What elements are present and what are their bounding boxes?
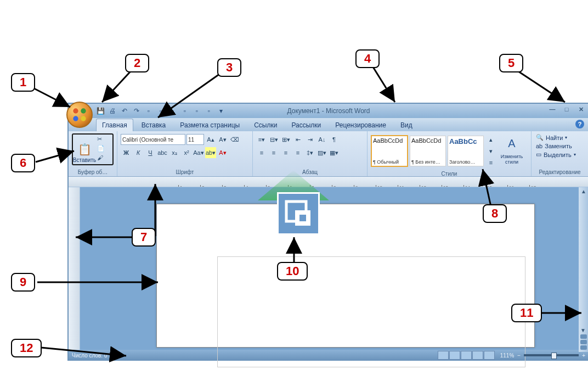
qat-icon[interactable]: ▫ (193, 107, 201, 115)
callout-7: 7 (132, 228, 156, 247)
align-center-icon[interactable]: ≡ (268, 147, 279, 158)
style-normal[interactable]: AaBbCcDd¶ Обычный (371, 135, 408, 167)
strikethrough-icon[interactable]: abc (157, 147, 168, 158)
tab-references[interactable]: Ссылки (248, 119, 283, 131)
numbering-icon[interactable]: ⊟▾ (268, 134, 279, 145)
subscript-icon[interactable]: x₂ (169, 147, 180, 158)
svg-line-9 (102, 71, 131, 102)
highlight-icon[interactable]: ab▾ (205, 147, 216, 158)
group-clipboard: 📋 Вставить ✂ 📄 🖌 Буфер об… (69, 131, 117, 176)
tab-view[interactable]: Вид (394, 119, 419, 131)
office-button[interactable] (66, 102, 93, 128)
format-painter-icon[interactable]: 🖌 (97, 154, 105, 161)
shading-icon[interactable]: ▨▾ (316, 147, 327, 158)
qat-icon[interactable]: ▫ (144, 107, 153, 115)
scroll-up-icon[interactable]: ▲ (581, 188, 586, 194)
clear-format-icon[interactable]: ⌫ (229, 134, 240, 145)
callout-10: 10 (277, 262, 308, 281)
print-icon[interactable]: 🖨 (108, 107, 117, 115)
callout-8: 8 (483, 204, 507, 223)
group-label: Буфер об… (71, 168, 115, 176)
vertical-scrollbar[interactable]: ▲ ▼ (579, 187, 588, 352)
scroll-down-icon[interactable]: ▼ (580, 327, 587, 333)
maximize-button[interactable]: □ (562, 105, 571, 114)
browse-object-icon[interactable] (580, 340, 587, 344)
decrease-indent-icon[interactable]: ⇤ (292, 134, 303, 145)
replace-button[interactable]: abЗаменить (535, 142, 585, 150)
minimize-button[interactable]: — (548, 105, 557, 114)
tab-insert[interactable]: Вставка (135, 119, 172, 131)
qat-icon[interactable]: ▫ (205, 107, 213, 115)
group-font: Calibri (Основной те 11 A▴ A▾ ⌫ Ж К Ч ab… (117, 131, 253, 176)
bullets-icon[interactable]: ≡▾ (256, 134, 267, 145)
qat-icon[interactable]: ▫ (156, 107, 165, 115)
styles-down-icon[interactable]: ▾ (485, 146, 496, 156)
styles-up-icon[interactable]: ▴ (485, 134, 496, 145)
callout-4: 4 (355, 49, 380, 68)
change-styles-button[interactable]: A Изменить стили (498, 137, 525, 165)
browse-next-icon[interactable] (580, 345, 587, 350)
italic-button[interactable]: К (133, 147, 144, 158)
change-case-icon[interactable]: Aa▾ (193, 147, 204, 158)
find-button[interactable]: 🔍Найти▾ (535, 133, 585, 142)
increase-indent-icon[interactable]: ⇥ (304, 134, 315, 145)
svg-rect-7 (299, 215, 306, 221)
browse-prev-icon[interactable] (580, 334, 587, 339)
copy-icon[interactable]: 📄 (97, 145, 105, 152)
group-styles: AaBbCcDd¶ Обычный AaBbCcDd¶ Без инте… Aa… (368, 131, 532, 176)
line-spacing-icon[interactable]: ‡▾ (304, 147, 315, 158)
qat-icon[interactable]: ▫ (180, 107, 189, 115)
font-color-icon[interactable]: A▾ (217, 147, 228, 158)
horizontal-ruler[interactable]: 1234567891011121314151617 (69, 177, 588, 187)
callout-12: 12 (11, 339, 42, 357)
bold-button[interactable]: Ж (121, 147, 132, 158)
group-label: Шрифт (120, 168, 250, 176)
callout-11: 11 (511, 304, 542, 322)
grow-font-icon[interactable]: A▴ (205, 134, 216, 145)
word-count[interactable]: Число слов: 0 (72, 353, 107, 359)
font-size-combo[interactable]: 11 (186, 134, 204, 145)
save-icon[interactable]: 💾 (96, 107, 105, 115)
callout-9: 9 (11, 273, 35, 292)
shrink-font-icon[interactable]: A▾ (217, 134, 228, 145)
style-no-spacing[interactable]: AaBbCcDd¶ Без инте… (410, 136, 446, 166)
help-icon[interactable]: ? (575, 120, 584, 128)
window-title: Документ1 - Microsoft Word (287, 107, 370, 115)
align-right-icon[interactable]: ≡ (280, 147, 291, 158)
group-label: Редактирование (534, 168, 586, 176)
borders-icon[interactable]: ▦▾ (329, 147, 340, 158)
multilevel-icon[interactable]: ⊞▾ (280, 134, 291, 145)
superscript-icon[interactable]: x² (181, 147, 192, 158)
qat-icon[interactable]: ▫ (168, 107, 177, 115)
show-marks-icon[interactable]: ¶ (329, 134, 340, 145)
styles-expand-icon[interactable]: ≡ (485, 157, 496, 168)
callout-5: 5 (499, 54, 523, 72)
tab-mailings[interactable]: Рассылки (285, 119, 327, 131)
justify-icon[interactable]: ≡ (292, 147, 303, 158)
vertical-ruler[interactable] (69, 187, 80, 350)
zoom-in-icon[interactable]: + (582, 353, 585, 359)
cut-icon[interactable]: ✂ (97, 136, 105, 143)
svg-point-0 (73, 108, 78, 113)
clipboard-icon: 📋 (78, 143, 92, 156)
font-name-combo[interactable]: Calibri (Основной те (121, 134, 185, 145)
document-page[interactable] (156, 204, 535, 348)
titlebar: 💾 🖨 ↶ ↷ ▫ ▫ ▫ ▫ ▫ ▫ ▾ Документ1 - Micros… (69, 104, 588, 118)
callout-6: 6 (11, 154, 35, 172)
redo-icon[interactable]: ↷ (132, 107, 141, 115)
sort-icon[interactable]: A↓ (316, 134, 327, 145)
style-heading[interactable]: AaBbCcЗаголово… (448, 136, 484, 166)
undo-icon[interactable]: ↶ (120, 107, 129, 115)
svg-line-12 (518, 71, 565, 102)
group-label: Абзац (255, 168, 365, 176)
tab-page-layout[interactable]: Разметка страницы (174, 119, 246, 131)
paste-button[interactable]: 📋 Вставить (74, 136, 95, 163)
align-left-icon[interactable]: ≡ (256, 147, 267, 158)
select-button[interactable]: ▭Выделить▾ (535, 150, 585, 159)
group-editing: 🔍Найти▾ abЗаменить ▭Выделить▾ Редактиров… (532, 131, 588, 176)
tab-review[interactable]: Рецензирование (329, 119, 392, 131)
qat-dropdown-icon[interactable]: ▾ (217, 107, 225, 115)
close-button[interactable]: ✕ (576, 105, 585, 114)
tab-home[interactable]: Главная (96, 119, 133, 131)
underline-button[interactable]: Ч (145, 147, 156, 158)
